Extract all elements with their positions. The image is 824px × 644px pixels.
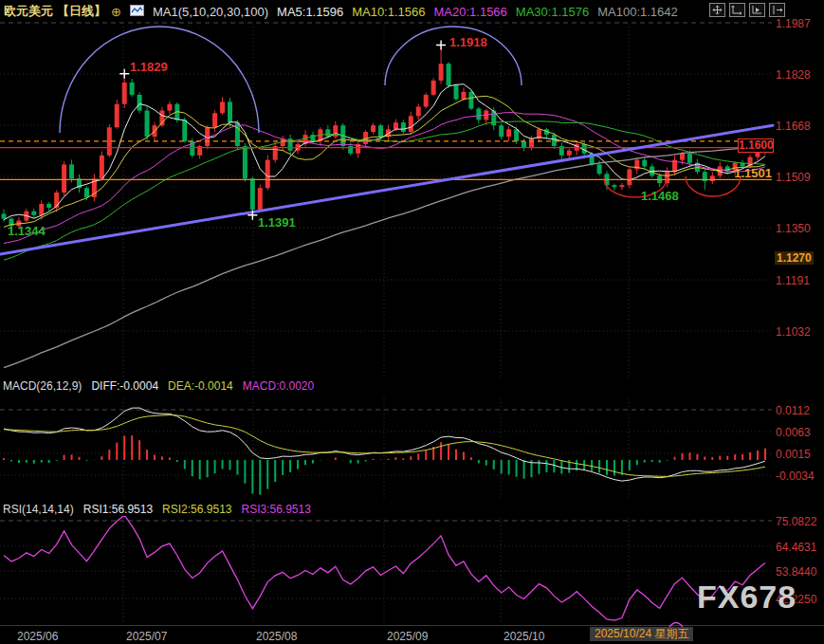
- macd-axis-tick: 0.0015: [776, 448, 811, 461]
- candle-body: [100, 156, 104, 179]
- candle-body: [597, 164, 602, 174]
- candle-body: [243, 146, 247, 178]
- candle-body: [137, 95, 142, 111]
- pan-move-icon[interactable]: [709, 3, 725, 17]
- candle-body: [401, 122, 406, 132]
- candle-body: [2, 213, 7, 218]
- candle-body: [115, 104, 119, 128]
- current-date-label: 2025/10/24 星期五: [590, 627, 693, 641]
- candle-body: [514, 129, 519, 141]
- candle-body: [228, 101, 232, 122]
- candle-body: [122, 83, 127, 104]
- candle-body: [371, 125, 375, 132]
- price-axis-tick: 1.1828: [776, 68, 811, 82]
- price-annotation: 1.1468: [641, 189, 679, 203]
- candle-body: [529, 138, 534, 148]
- support-price-tag[interactable]: 1.1501: [728, 166, 772, 180]
- rsi2-value: RSI2:56.9513: [162, 503, 231, 516]
- candle-body: [31, 212, 36, 215]
- marked-level-tag[interactable]: 1.1270: [775, 251, 814, 265]
- candle-body: [627, 169, 632, 185]
- chart-type-icon[interactable]: [130, 5, 144, 19]
- rsi-axis-tick: 64.4631: [776, 541, 816, 554]
- time-axis-tick: 2025/10: [504, 630, 544, 643]
- candle-body: [378, 125, 383, 137]
- price-axis-tick: 1.1032: [776, 325, 811, 339]
- chart-canvas[interactable]: 1.18291.19181.13911.13441.1468: [0, 0, 824, 644]
- rsi-axis-tick: 75.0822: [776, 515, 816, 528]
- chart-header: 欧元美元 【日线】 ⊕ MA1(5,10,20,30,100) MA5:1.15…: [0, 0, 824, 23]
- candle-body: [84, 188, 89, 197]
- candle-body: [416, 106, 421, 116]
- macd-dea-value: DEA:-0.0014: [168, 379, 233, 393]
- price-axis-tick: 1.1509: [776, 171, 811, 184]
- candle-body: [710, 175, 715, 181]
- candle-body: [642, 160, 647, 167]
- macd-value: MACD:0.0020: [243, 379, 314, 393]
- ma5-value: MA5:1.1596: [277, 5, 343, 19]
- price-axis-tick: 1.1191: [776, 274, 810, 287]
- candle-body: [325, 129, 330, 137]
- candle-body: [394, 122, 398, 129]
- candle-body: [476, 109, 481, 120]
- axis-shift-right-icon[interactable]: [769, 3, 785, 17]
- add-indicator-icon[interactable]: ⊕: [111, 5, 121, 19]
- candle-body: [687, 154, 692, 163]
- macd-axis-tick: -0.0034: [776, 469, 815, 483]
- ma20-value: MA20:1.1566: [434, 5, 507, 19]
- candle-body: [182, 120, 187, 140]
- candle-body: [431, 81, 436, 95]
- ma-params-label: MA1(5,10,20,30,100): [153, 5, 268, 19]
- candle-body: [220, 101, 225, 113]
- candle-body: [522, 141, 526, 148]
- candle-body: [461, 92, 466, 100]
- macd-axis-tick: 0.0063: [776, 426, 811, 439]
- candle-body: [69, 164, 74, 178]
- axis-zoom-icon[interactable]: [729, 3, 745, 17]
- chart-toolbar: [709, 3, 785, 17]
- candle-body: [167, 104, 172, 111]
- candle-body: [439, 64, 444, 81]
- macd-series: [4, 408, 765, 495]
- symbol-name: 欧元美元: [4, 3, 53, 20]
- ma100-value: MA100:1.1642: [597, 5, 678, 19]
- candle-body: [250, 178, 255, 210]
- rsi-legend: RSI(14,14,14) RSI1:56.9513 RSI2:56.9513 …: [3, 503, 311, 516]
- time-axis-tick: 2025/08: [256, 630, 297, 643]
- candle-body: [266, 160, 270, 189]
- price-annotation: 1.1344: [8, 224, 46, 238]
- candle-body: [612, 185, 616, 187]
- candle-body: [552, 135, 557, 146]
- candle-body: [130, 83, 135, 95]
- extreme-cross-marker[interactable]: [436, 40, 446, 49]
- trading-chart-window: 1.18291.19181.13911.13441.1468 欧元美元 【日线】…: [0, 0, 824, 644]
- price-axis-tick: 1.1668: [776, 120, 811, 133]
- macd-diff-value: DIFF:-0.0004: [91, 379, 158, 393]
- time-axis-tick: 2025/06: [17, 630, 58, 643]
- ma30-value: MA30:1.1576: [516, 5, 589, 19]
- candle-body: [454, 85, 459, 100]
- rsi3-value: RSI3:56.9513: [242, 503, 311, 516]
- price-axis-tick: 1.1350: [776, 222, 811, 235]
- resistance-price-tag[interactable]: 1.1600: [738, 138, 774, 153]
- ma10-value: MA10:1.1566: [352, 5, 425, 19]
- price-annotation: 1.1918: [449, 35, 487, 49]
- candle-body: [619, 185, 624, 187]
- rsi-params-label: RSI(14,14,14): [3, 503, 74, 516]
- candle-body: [39, 204, 44, 215]
- candle-body: [665, 172, 669, 183]
- candle-body: [333, 125, 338, 137]
- price-annotation: 1.1391: [258, 215, 296, 230]
- extreme-cross-marker[interactable]: [119, 69, 129, 79]
- price-annotation: 1.1829: [130, 60, 168, 74]
- ma20-line: [4, 112, 765, 243]
- rsi-axis-tick: 53.8440: [776, 565, 816, 579]
- axis-play-icon[interactable]: [749, 3, 765, 17]
- period-label: 【日线】: [57, 3, 106, 20]
- candle-body: [499, 125, 504, 137]
- candle-body: [409, 116, 413, 132]
- candle-body: [506, 129, 511, 137]
- candle-body: [680, 154, 685, 160]
- rsi1-value: RSI1:56.9513: [83, 503, 153, 516]
- candle-body: [145, 111, 150, 138]
